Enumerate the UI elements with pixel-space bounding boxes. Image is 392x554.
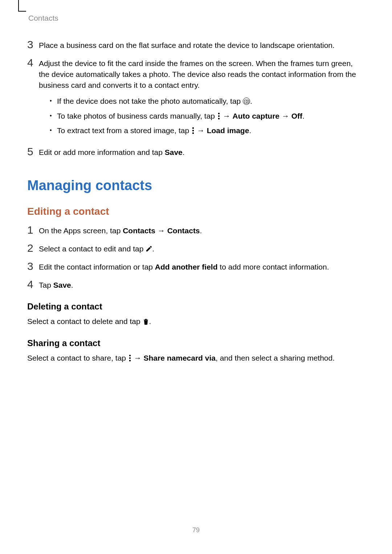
bold-text: Off <box>291 112 302 120</box>
editing-step-2: 2 Select a contact to edit and tap . <box>27 243 365 254</box>
paragraph-body-deleting: Select a contact to delete and tap . <box>27 316 365 327</box>
step-body: Adjust the device to fit the card inside… <box>39 58 365 140</box>
crop-mark-horizontal <box>18 11 26 12</box>
sub-bullet: If the device does not take the photo au… <box>50 96 365 107</box>
crop-mark-vertical <box>18 0 19 11</box>
step-number: 4 <box>27 279 39 290</box>
text: Select a contact to delete and tap <box>27 317 143 325</box>
text: Edit the contact information or tap <box>39 263 155 271</box>
text: Edit or add more information and tap <box>39 148 165 156</box>
step-body: Tap Save. <box>39 280 365 291</box>
text: If the device does not take the photo au… <box>57 97 243 105</box>
paragraph-title-sharing: Sharing a contact <box>27 338 365 348</box>
more-menu-icon <box>128 355 132 361</box>
sub-bullet: To take photos of business cards manuall… <box>50 111 365 122</box>
more-menu-icon <box>191 127 195 134</box>
text: Tap <box>39 281 53 289</box>
arrow-icon: → <box>282 112 291 120</box>
step-3: 3 Place a business card on the flat surf… <box>27 40 365 51</box>
page-number: 79 <box>0 526 392 534</box>
step-number: 1 <box>27 225 39 235</box>
text: Select a contact to share, tap <box>27 354 128 362</box>
text: . <box>149 317 151 325</box>
step-body: Edit the contact information or tap Add … <box>39 262 365 272</box>
paragraph-body-sharing: Select a contact to share, tap → Share n… <box>27 353 365 364</box>
text: . <box>71 281 73 289</box>
text: . <box>250 97 252 105</box>
text: On the Apps screen, tap <box>39 226 123 235</box>
sub-bullets: If the device does not take the photo au… <box>50 96 365 136</box>
step-5: 5 Edit or add more information and tap S… <box>27 147 365 158</box>
step-body: Select a contact to edit and tap . <box>39 243 365 254</box>
bold-text: Contacts <box>123 226 155 235</box>
steps-continued: 3 Place a business card on the flat surf… <box>27 40 365 158</box>
step-body: Edit or add more information and tap Sav… <box>39 147 365 158</box>
page: Contacts 3 Place a business card on the … <box>0 0 392 554</box>
paragraph-title-deleting: Deleting a contact <box>27 301 365 312</box>
text: . <box>152 245 154 253</box>
arrow-icon: → <box>223 112 233 120</box>
bold-text: Load image <box>207 126 249 135</box>
text: . <box>302 112 305 120</box>
text: To extract text from a stored image, tap <box>57 126 191 135</box>
steps-editing: 1 On the Apps screen, tap Contacts → Con… <box>27 225 365 291</box>
more-menu-icon <box>217 113 221 119</box>
text: . <box>249 126 251 135</box>
breadcrumb: Contacts <box>28 14 58 22</box>
sub-bullet: To extract text from a stored image, tap… <box>50 125 365 136</box>
step-4: 4 Adjust the device to fit the card insi… <box>27 58 365 140</box>
arrow-icon: → <box>158 226 167 235</box>
step-body: Place a business card on the flat surfac… <box>39 40 365 51</box>
step-body: On the Apps screen, tap Contacts → Conta… <box>39 225 365 236</box>
text: , and then select a sharing method. <box>216 354 335 362</box>
text: . <box>200 226 202 235</box>
step-number: 5 <box>27 146 39 157</box>
bold-text: Share namecard via <box>144 354 216 362</box>
arrow-icon: → <box>197 126 207 135</box>
bold-text: Auto capture <box>233 112 280 120</box>
editing-step-4: 4 Tap Save. <box>27 280 365 291</box>
camera-icon <box>243 98 250 105</box>
editing-step-1: 1 On the Apps screen, tap Contacts → Con… <box>27 225 365 236</box>
bold-text: Contacts <box>167 226 200 235</box>
step-number: 2 <box>27 243 39 254</box>
text: Select a contact to edit and tap <box>39 245 146 253</box>
step-text: Adjust the device to fit the card inside… <box>39 59 356 89</box>
editing-step-3: 3 Edit the contact information or tap Ad… <box>27 262 365 272</box>
text: to add more contact information. <box>218 263 329 271</box>
arrow-icon: → <box>134 354 144 362</box>
step-number: 3 <box>27 39 39 50</box>
edit-pencil-icon <box>146 244 152 251</box>
trash-icon <box>143 317 149 324</box>
section-title: Managing contacts <box>27 178 365 193</box>
step-number: 4 <box>27 57 39 68</box>
step-number: 3 <box>27 261 39 272</box>
text: To take photos of business cards manuall… <box>57 112 217 120</box>
bold-text: Save <box>165 148 183 156</box>
subsection-title-editing: Editing a contact <box>27 206 365 217</box>
bold-text: Add another field <box>155 263 218 271</box>
text: . <box>183 148 185 156</box>
bold-text: Save <box>53 281 71 289</box>
